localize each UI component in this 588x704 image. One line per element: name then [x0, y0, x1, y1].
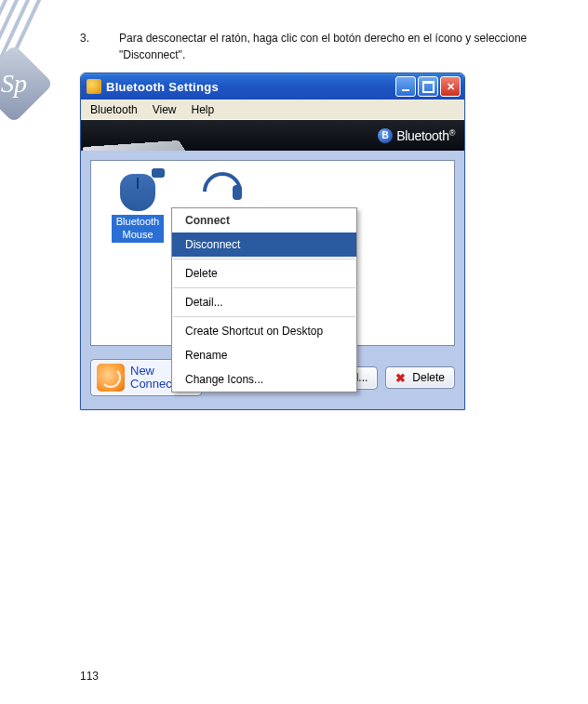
laptop-graphic — [81, 140, 207, 151]
mouse-icon — [120, 174, 155, 211]
bluetooth-brand-text: Bluetooth® — [396, 128, 455, 143]
menu-item-detail[interactable]: Detail... — [172, 290, 356, 314]
menu-item-change-icons[interactable]: Change Icons... — [172, 367, 356, 392]
menu-view[interactable]: View — [145, 101, 184, 118]
minimize-button[interactable] — [395, 76, 416, 97]
close-button[interactable] — [440, 76, 461, 97]
instruction-step: 3. Para desconectar el ratón, haga clic … — [80, 30, 564, 63]
menu-item-disconnect[interactable]: Disconnect — [172, 232, 356, 257]
menu-item-connect[interactable]: Connect — [172, 208, 356, 232]
bluetooth-settings-window: Bluetooth Settings Bluetooth View Help B… — [80, 73, 465, 410]
window-title: Bluetooth Settings — [106, 80, 391, 94]
menubar: Bluetooth View Help — [81, 100, 464, 120]
bluetooth-banner: B Bluetooth® — [81, 120, 464, 151]
delete-button-label: Delete — [412, 371, 445, 384]
menu-item-delete[interactable]: Delete — [172, 261, 356, 286]
menu-bluetooth[interactable]: Bluetooth — [83, 101, 145, 118]
step-number: 3. — [80, 30, 93, 63]
sp-logo-text: Sp — [1, 69, 27, 99]
sp-logo-diamond: Sp — [0, 45, 53, 124]
step-text: Para desconectar el ratón, haga clic con… — [119, 30, 564, 63]
menu-item-create-shortcut[interactable]: Create Shortcut on Desktop — [172, 319, 356, 343]
context-menu: Connect Disconnect Delete Detail... Crea… — [171, 207, 357, 392]
menu-separator — [173, 287, 355, 288]
window-buttons — [395, 76, 461, 97]
maximize-button[interactable] — [418, 76, 438, 97]
device-list[interactable]: Bluetooth Mouse Connect Disconnect Delet… — [90, 160, 455, 346]
device-headset[interactable] — [194, 174, 253, 211]
bluetooth-logo-icon: B — [378, 128, 393, 143]
delete-button[interactable]: ✖ Delete — [385, 366, 455, 389]
device-label: Bluetooth Mouse — [112, 215, 164, 243]
menu-separator — [173, 316, 355, 317]
decorative-sidebar: Sp — [0, 0, 74, 586]
page-number: 113 — [80, 670, 99, 683]
menu-item-rename[interactable]: Rename — [172, 343, 356, 367]
titlebar[interactable]: Bluetooth Settings — [81, 73, 464, 100]
delete-icon: ✖ — [395, 372, 408, 384]
new-connection-icon — [97, 364, 125, 392]
page-content: 3. Para desconectar el ratón, haga clic … — [80, 30, 564, 410]
menu-separator — [173, 259, 355, 259]
client-area: Bluetooth Mouse Connect Disconnect Delet… — [81, 151, 464, 409]
headset-icon — [207, 174, 240, 211]
menu-help[interactable]: Help — [184, 101, 222, 118]
device-bluetooth-mouse[interactable]: Bluetooth Mouse — [108, 174, 167, 243]
window-icon — [87, 79, 101, 94]
